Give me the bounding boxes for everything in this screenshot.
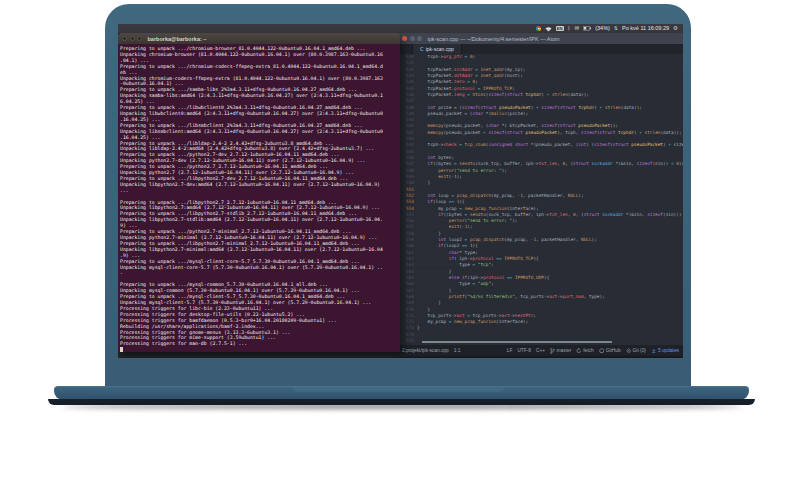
indent-guide-dots: ···· bbox=[417, 54, 428, 59]
laptop-mockup: EN ᛒ ✉ (34%) ⇅ Po kvě 11 16:09:29 ⚙ ipk-… bbox=[0, 0, 800, 477]
sync-arrows-icon[interactable]: ⇅ bbox=[614, 24, 618, 33]
system-top-bar: EN ᛒ ✉ (34%) ⇅ Po kvě 11 16:09:29 ⚙ bbox=[118, 24, 683, 33]
indent-guide-dots: ···· bbox=[417, 307, 428, 312]
file-path[interactable]: 2.projekt/ipk-scan.cpp bbox=[402, 348, 449, 353]
indent-guide-dots: ···· bbox=[417, 73, 428, 78]
indent-guide-dots: ···· bbox=[417, 123, 428, 128]
terminal-line: Preparing to unpack .../libpython2.7-min… bbox=[120, 241, 400, 247]
terminal-line: Preparing to unpack .../chromium-codecs-… bbox=[120, 64, 400, 70]
indent-guide-dots: ············ bbox=[417, 250, 449, 255]
bluetooth-icon[interactable]: ᛒ bbox=[568, 24, 571, 33]
indent-guide-dots: ···· bbox=[417, 105, 428, 110]
indent-guide-dots: ···· bbox=[417, 111, 428, 116]
cpp-file-icon: C bbox=[420, 46, 424, 52]
clock-indicator[interactable]: Po kvě 11 16:09:29 bbox=[622, 24, 669, 33]
indent-guide-dots: ···· bbox=[417, 180, 428, 185]
desktop-screen: EN ᛒ ✉ (34%) ⇅ Po kvě 11 16:09:29 ⚙ ipk-… bbox=[118, 24, 683, 358]
status-item-utf-8[interactable]: UTF-8 bbox=[517, 348, 531, 353]
indent-guide-dots: ···· bbox=[417, 79, 428, 84]
status-item-github[interactable]: GitHub bbox=[599, 348, 621, 354]
laptop-base bbox=[54, 386, 749, 400]
mail-icon[interactable]: ✉ bbox=[575, 24, 580, 33]
indent-guide-dots: ············ bbox=[417, 288, 449, 293]
sync-icon bbox=[576, 348, 582, 354]
terminal-window: barborka@barborka: ~ Preparing to unpack… bbox=[118, 33, 400, 352]
indent-guide-dots: ············ bbox=[417, 275, 449, 280]
tab-ipk-scan-cpp[interactable]: C ipk-scan.cpp bbox=[412, 44, 462, 54]
terminal-line: Unpacking mysql-client-5.7 (5.7.30-0ubun… bbox=[120, 300, 400, 306]
updates-icon bbox=[651, 348, 657, 354]
indent-guide-dots: ···· bbox=[417, 142, 428, 147]
wifi-icon[interactable] bbox=[545, 26, 552, 32]
window-title: ipk-scan.cpp — ~/Dokumenty/4.semester/IP… bbox=[428, 36, 560, 42]
battery-icon[interactable] bbox=[583, 26, 591, 31]
indent-guide-dots: ········ bbox=[417, 212, 438, 217]
indent-guide-dots: ···· bbox=[417, 130, 428, 135]
atom-title-bar[interactable]: ipk-scan.cpp — ~/Dokumenty/4.semester/IP… bbox=[398, 33, 683, 44]
indent-guide-dots: ···· bbox=[417, 319, 428, 324]
indent-guide-dots: ················ bbox=[417, 281, 459, 286]
indent-guide-dots: ···· bbox=[417, 67, 428, 72]
keyboard-layout-indicator[interactable]: EN bbox=[556, 26, 564, 32]
indent-guide-dots: ············ bbox=[417, 256, 449, 261]
branch-icon bbox=[550, 348, 555, 354]
status-item-fetch[interactable]: fetch bbox=[576, 348, 593, 354]
session-gear-icon[interactable]: ⚙ bbox=[673, 24, 678, 33]
indent-guide-dots: ············ bbox=[417, 294, 449, 299]
git-icon bbox=[626, 348, 632, 354]
terminal-line: Unpacking libpython2.7-minimal:amd64 (2.… bbox=[120, 247, 400, 253]
terminal-output[interactable]: Preparing to unpack .../chromium-browser… bbox=[118, 44, 400, 352]
laptop-shadow bbox=[62, 404, 742, 409]
indent-guide-dots: ········ bbox=[417, 243, 438, 248]
line-number: 575 bbox=[398, 338, 417, 344]
terminal-line: Unpacking mysql-client-core-5.7 (5.7.30-… bbox=[120, 265, 400, 271]
indent-guide-dots: ···· bbox=[417, 199, 428, 204]
status-item-git-0-[interactable]: Git (0) bbox=[626, 348, 646, 354]
status-item-lf[interactable]: LF bbox=[507, 348, 513, 353]
terminal-line: Unpacking libpython2.7-dev:amd64 (2.7.12… bbox=[120, 182, 400, 188]
battery-percentage: (34%) bbox=[595, 24, 610, 33]
code-editor[interactable]: 530····tcph->urg_ptr = 0;531532····tcpPa… bbox=[398, 54, 683, 345]
minimize-button[interactable] bbox=[410, 36, 415, 41]
tab-label: ipk-scan.cpp bbox=[426, 46, 454, 52]
indent-guide-dots: ···· bbox=[417, 155, 428, 160]
indent-guide-dots: ···· bbox=[417, 86, 428, 91]
minimize-button[interactable] bbox=[130, 36, 135, 41]
indent-guide-dots: ············ bbox=[417, 269, 449, 274]
atom-tab-bar: C ipk-scan.cpp bbox=[398, 44, 683, 54]
terminal-title-bar[interactable]: barborka@barborka: ~ bbox=[118, 33, 400, 44]
indent-guide-dots: ···· bbox=[417, 92, 428, 97]
indent-guide-dots: ···· bbox=[417, 161, 428, 166]
indent-guide-dots: ···· bbox=[417, 193, 428, 198]
terminal-line: Unpacking samba-libs:amd64 (2:4.3.11+dfs… bbox=[120, 93, 400, 99]
maximize-button[interactable] bbox=[417, 36, 422, 41]
indent-guide-dots: ········ bbox=[417, 174, 438, 179]
indent-guide-dots: ············ bbox=[417, 218, 449, 223]
terminal-line: Unpacking libsmbclient:amd64 (2:4.3.11+d… bbox=[120, 129, 400, 135]
cursor-position[interactable]: 1:1 bbox=[454, 348, 461, 353]
close-button[interactable] bbox=[122, 36, 127, 41]
close-button[interactable] bbox=[402, 36, 407, 41]
indent-guide-dots: ········ bbox=[417, 237, 438, 242]
atom-window: ipk-scan.cpp — ~/Dokumenty/4.semester/IP… bbox=[398, 33, 683, 356]
status-item-c-[interactable]: C++ bbox=[536, 348, 545, 353]
terminal-line: Preparing to unpack .../mysql-client-cor… bbox=[120, 259, 400, 265]
terminal-cursor bbox=[120, 347, 123, 352]
indent-guide-dots: ········ bbox=[417, 206, 438, 211]
atom-status-bar: 2.projekt/ipk-scan.cpp 1:1 LFUTF-8C++mas… bbox=[398, 345, 683, 356]
laptop-latch-notch bbox=[293, 387, 505, 392]
status-item-master[interactable]: master bbox=[550, 348, 571, 354]
terminal-line: Unpacking libwbclient0:amd64 (2:4.3.11+d… bbox=[120, 111, 400, 117]
maximize-button[interactable] bbox=[137, 36, 142, 41]
indent-guide-dots: ········ bbox=[417, 168, 438, 173]
terminal-line: Preparing to unpack .../libsmbclient_2%3… bbox=[120, 123, 400, 129]
horizontal-scrollbar[interactable] bbox=[422, 341, 612, 343]
terminal-line: Unpacking libpython2.7-stdlib:amd64 (2.7… bbox=[120, 217, 400, 223]
indent-guide-dots: ················ bbox=[417, 262, 459, 267]
indent-guide-dots: ············ bbox=[417, 224, 449, 229]
indent-guide-dots: ········ bbox=[417, 300, 438, 305]
status-item-5-updates[interactable]: 5 updates bbox=[651, 348, 679, 354]
software-updater-icon[interactable] bbox=[536, 26, 541, 31]
github-icon bbox=[599, 348, 605, 354]
indent-guide-dots: ···· bbox=[417, 313, 428, 318]
